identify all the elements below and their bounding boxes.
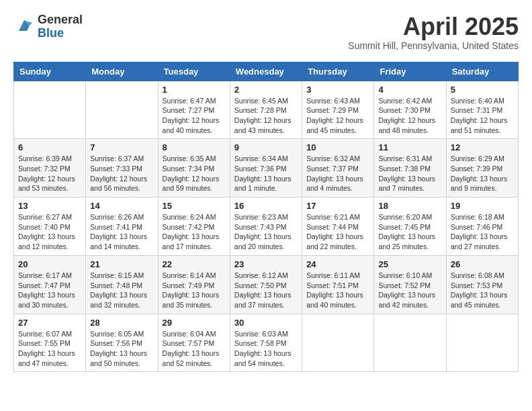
calendar-day-header: Sunday xyxy=(14,62,86,81)
calendar-header-row: SundayMondayTuesdayWednesdayThursdayFrid… xyxy=(14,62,519,81)
calendar-cell: 22Sunrise: 6:14 AM Sunset: 7:49 PM Dayli… xyxy=(158,255,230,314)
calendar-cell: 27Sunrise: 6:07 AM Sunset: 7:55 PM Dayli… xyxy=(14,314,86,372)
day-number: 8 xyxy=(163,142,226,152)
calendar-cell: 9Sunrise: 6:34 AM Sunset: 7:36 PM Daylig… xyxy=(230,139,302,197)
day-number: 10 xyxy=(306,142,369,152)
day-info: Sunrise: 6:27 AM Sunset: 7:40 PM Dayligh… xyxy=(18,212,81,252)
calendar-cell: 14Sunrise: 6:26 AM Sunset: 7:41 PM Dayli… xyxy=(86,197,158,256)
day-info: Sunrise: 6:04 AM Sunset: 7:57 PM Dayligh… xyxy=(163,329,226,369)
calendar-table: SundayMondayTuesdayWednesdayThursdayFrid… xyxy=(13,62,519,373)
day-info: Sunrise: 6:21 AM Sunset: 7:44 PM Dayligh… xyxy=(306,212,369,252)
day-number: 19 xyxy=(451,201,514,211)
calendar-cell: 30Sunrise: 6:03 AM Sunset: 7:58 PM Dayli… xyxy=(230,314,302,372)
day-number: 16 xyxy=(234,201,298,211)
calendar-cell: 17Sunrise: 6:21 AM Sunset: 7:44 PM Dayli… xyxy=(302,197,374,256)
day-number: 25 xyxy=(378,259,441,269)
calendar-cell xyxy=(374,314,446,372)
calendar-week-row: 13Sunrise: 6:27 AM Sunset: 7:40 PM Dayli… xyxy=(14,197,519,256)
page-header: General Blue April 2025 Summit Hill, Pen… xyxy=(13,13,519,51)
calendar-week-row: 27Sunrise: 6:07 AM Sunset: 7:55 PM Dayli… xyxy=(14,314,519,372)
calendar-cell: 15Sunrise: 6:24 AM Sunset: 7:42 PM Dayli… xyxy=(158,197,230,256)
day-info: Sunrise: 6:15 AM Sunset: 7:48 PM Dayligh… xyxy=(90,271,153,310)
day-info: Sunrise: 6:40 AM Sunset: 7:31 PM Dayligh… xyxy=(451,96,514,136)
day-number: 23 xyxy=(234,259,298,269)
day-number: 24 xyxy=(306,259,369,269)
calendar-cell: 11Sunrise: 6:31 AM Sunset: 7:38 PM Dayli… xyxy=(374,139,446,197)
calendar-cell: 28Sunrise: 6:05 AM Sunset: 7:56 PM Dayli… xyxy=(86,314,158,372)
day-info: Sunrise: 6:32 AM Sunset: 7:37 PM Dayligh… xyxy=(306,154,369,193)
day-number: 14 xyxy=(90,201,153,211)
day-info: Sunrise: 6:42 AM Sunset: 7:30 PM Dayligh… xyxy=(378,96,441,136)
title-section: April 2025 Summit Hill, Pennsylvania, Un… xyxy=(348,13,519,51)
day-info: Sunrise: 6:37 AM Sunset: 7:33 PM Dayligh… xyxy=(90,154,153,193)
day-number: 7 xyxy=(90,142,153,152)
day-number: 30 xyxy=(234,318,298,328)
calendar-day-header: Friday xyxy=(374,62,446,81)
logo-text: General Blue xyxy=(38,13,83,40)
day-number: 17 xyxy=(306,201,369,211)
day-info: Sunrise: 6:31 AM Sunset: 7:38 PM Dayligh… xyxy=(378,154,441,193)
calendar-day-header: Wednesday xyxy=(230,62,302,81)
day-info: Sunrise: 6:08 AM Sunset: 7:53 PM Dayligh… xyxy=(451,271,514,310)
calendar-cell: 4Sunrise: 6:42 AM Sunset: 7:30 PM Daylig… xyxy=(374,81,446,139)
calendar-cell: 8Sunrise: 6:35 AM Sunset: 7:34 PM Daylig… xyxy=(158,139,230,197)
day-info: Sunrise: 6:20 AM Sunset: 7:45 PM Dayligh… xyxy=(378,212,441,252)
day-number: 12 xyxy=(451,142,514,152)
logo-general: General xyxy=(38,13,83,27)
day-info: Sunrise: 6:12 AM Sunset: 7:50 PM Dayligh… xyxy=(234,271,298,310)
day-info: Sunrise: 6:26 AM Sunset: 7:41 PM Dayligh… xyxy=(90,212,153,252)
day-info: Sunrise: 6:17 AM Sunset: 7:47 PM Dayligh… xyxy=(18,271,81,310)
calendar-cell: 16Sunrise: 6:23 AM Sunset: 7:43 PM Dayli… xyxy=(230,197,302,256)
day-info: Sunrise: 6:47 AM Sunset: 7:27 PM Dayligh… xyxy=(163,96,226,136)
day-info: Sunrise: 6:24 AM Sunset: 7:42 PM Dayligh… xyxy=(163,212,226,252)
calendar-cell: 23Sunrise: 6:12 AM Sunset: 7:50 PM Dayli… xyxy=(230,255,302,314)
calendar-day-header: Saturday xyxy=(446,62,518,81)
logo-blue: Blue xyxy=(38,27,83,40)
day-number: 22 xyxy=(163,259,226,269)
calendar-cell: 25Sunrise: 6:10 AM Sunset: 7:52 PM Dayli… xyxy=(374,255,446,314)
logo: General Blue xyxy=(13,13,83,40)
calendar-cell: 29Sunrise: 6:04 AM Sunset: 7:57 PM Dayli… xyxy=(158,314,230,372)
calendar-cell: 20Sunrise: 6:17 AM Sunset: 7:47 PM Dayli… xyxy=(14,255,86,314)
calendar-day-header: Monday xyxy=(86,62,158,81)
day-number: 3 xyxy=(306,85,369,95)
calendar-cell xyxy=(14,81,86,139)
calendar-cell: 6Sunrise: 6:39 AM Sunset: 7:32 PM Daylig… xyxy=(14,139,86,197)
day-info: Sunrise: 6:18 AM Sunset: 7:46 PM Dayligh… xyxy=(451,212,514,252)
day-info: Sunrise: 6:07 AM Sunset: 7:55 PM Dayligh… xyxy=(18,329,81,369)
day-number: 9 xyxy=(234,142,298,152)
day-info: Sunrise: 6:03 AM Sunset: 7:58 PM Dayligh… xyxy=(234,329,298,369)
day-number: 2 xyxy=(234,85,298,95)
day-number: 21 xyxy=(90,259,153,269)
calendar-cell xyxy=(446,314,518,372)
day-info: Sunrise: 6:43 AM Sunset: 7:29 PM Dayligh… xyxy=(306,96,369,136)
day-number: 29 xyxy=(163,318,226,328)
calendar-cell: 13Sunrise: 6:27 AM Sunset: 7:40 PM Dayli… xyxy=(14,197,86,256)
calendar-cell: 3Sunrise: 6:43 AM Sunset: 7:29 PM Daylig… xyxy=(302,81,374,139)
day-info: Sunrise: 6:35 AM Sunset: 7:34 PM Dayligh… xyxy=(163,154,226,193)
day-number: 11 xyxy=(378,142,441,152)
calendar-cell: 19Sunrise: 6:18 AM Sunset: 7:46 PM Dayli… xyxy=(446,197,518,256)
calendar-cell xyxy=(302,314,374,372)
day-info: Sunrise: 6:14 AM Sunset: 7:49 PM Dayligh… xyxy=(163,271,226,310)
calendar-week-row: 20Sunrise: 6:17 AM Sunset: 7:47 PM Dayli… xyxy=(14,255,519,314)
day-info: Sunrise: 6:05 AM Sunset: 7:56 PM Dayligh… xyxy=(90,329,153,369)
day-number: 1 xyxy=(163,85,226,95)
calendar-cell: 10Sunrise: 6:32 AM Sunset: 7:37 PM Dayli… xyxy=(302,139,374,197)
calendar-day-header: Tuesday xyxy=(158,62,230,81)
calendar-day-header: Thursday xyxy=(302,62,374,81)
day-number: 5 xyxy=(451,85,514,95)
day-info: Sunrise: 6:45 AM Sunset: 7:28 PM Dayligh… xyxy=(234,96,298,136)
day-number: 18 xyxy=(378,201,441,211)
day-info: Sunrise: 6:34 AM Sunset: 7:36 PM Dayligh… xyxy=(234,154,298,193)
calendar-cell: 12Sunrise: 6:29 AM Sunset: 7:39 PM Dayli… xyxy=(446,139,518,197)
day-info: Sunrise: 6:23 AM Sunset: 7:43 PM Dayligh… xyxy=(234,212,298,252)
day-number: 28 xyxy=(90,318,153,328)
calendar-cell xyxy=(86,81,158,139)
calendar-cell: 26Sunrise: 6:08 AM Sunset: 7:53 PM Dayli… xyxy=(446,255,518,314)
day-number: 4 xyxy=(378,85,441,95)
day-info: Sunrise: 6:11 AM Sunset: 7:51 PM Dayligh… xyxy=(306,271,369,310)
day-info: Sunrise: 6:10 AM Sunset: 7:52 PM Dayligh… xyxy=(378,271,441,310)
calendar-cell: 2Sunrise: 6:45 AM Sunset: 7:28 PM Daylig… xyxy=(230,81,302,139)
location-title: Summit Hill, Pennsylvania, United States xyxy=(348,40,519,51)
